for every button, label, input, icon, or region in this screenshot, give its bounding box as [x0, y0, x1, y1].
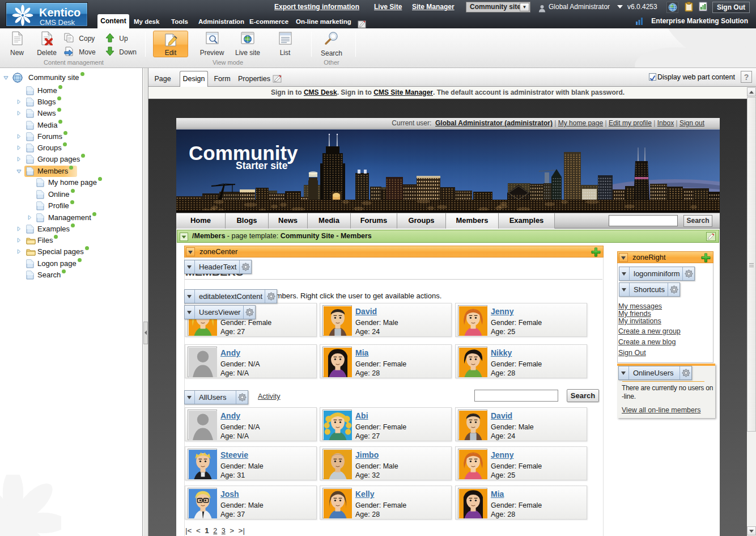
svg-text:Starter site: Starter site — [236, 160, 288, 171]
